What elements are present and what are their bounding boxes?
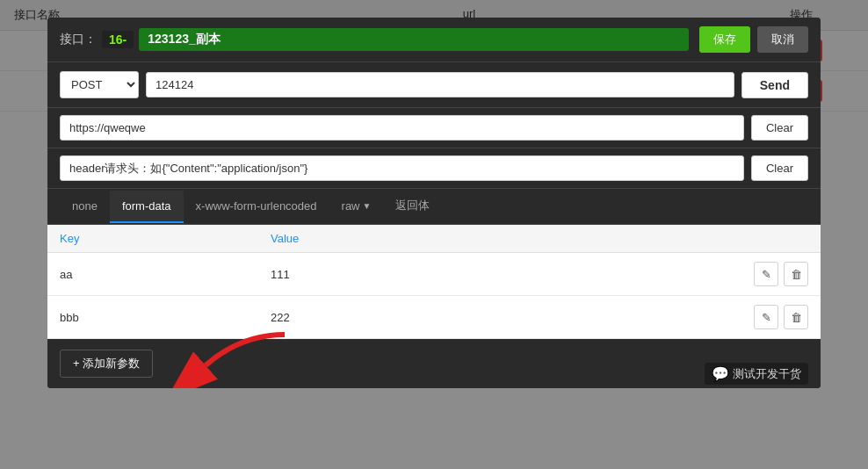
param-row-1: aa 111 ✎ 🗑 (47, 253, 821, 296)
delete-param-2-button[interactable]: 🗑 (784, 305, 808, 329)
col-key-header: Key (60, 232, 271, 245)
interface-name-input[interactable] (139, 28, 689, 51)
tab-response[interactable]: 返回体 (383, 189, 442, 224)
param-key-2: bbb (60, 311, 271, 324)
method-url-row: POST GET PUT DELETE PATCH Send (47, 62, 821, 108)
tab-raw[interactable]: raw ▼ (329, 191, 384, 223)
modal-header: 接口： 16- 保存 取消 (47, 18, 821, 62)
save-button[interactable]: 保存 (699, 26, 750, 53)
edit-param-2-button[interactable]: ✎ (754, 305, 778, 329)
tab-urlencoded[interactable]: x-www-form-urlencoded (184, 191, 329, 223)
url-field-row: Clear (47, 108, 821, 148)
add-param-row: + 添加新参数 💬 测试开发干货 (47, 339, 821, 388)
modal-dialog: 接口： 16- 保存 取消 POST GET PUT DELETE PATCH … (47, 18, 821, 388)
modal-title-prefix: 接口： (60, 32, 97, 47)
tabs-row: none form-data x-www-form-urlencoded raw… (47, 189, 821, 225)
param-value-2: 222 (271, 311, 738, 324)
param-actions-1: ✎ 🗑 (738, 262, 808, 286)
tab-none[interactable]: none (60, 191, 110, 223)
clear-url-button[interactable]: Clear (751, 115, 808, 141)
params-table-header: Key Value (47, 225, 821, 253)
param-row-2: bbb 222 ✎ 🗑 (47, 296, 821, 339)
params-table: Key Value aa 111 ✎ 🗑 bbb 222 ✎ 🗑 (47, 225, 821, 339)
add-param-button[interactable]: + 添加新参数 (60, 350, 153, 378)
wechat-icon: 💬 (712, 365, 729, 382)
cancel-button[interactable]: 取消 (757, 26, 808, 53)
port-badge: 16- (102, 31, 134, 48)
method-select[interactable]: POST GET PUT DELETE PATCH (60, 71, 139, 98)
col-action-header (738, 232, 808, 245)
tab-form-data[interactable]: form-data (110, 191, 184, 223)
delete-param-1-button[interactable]: 🗑 (784, 262, 808, 286)
proxy-url-input[interactable] (60, 115, 744, 141)
modal-overlay: 接口： 16- 保存 取消 POST GET PUT DELETE PATCH … (0, 0, 868, 469)
request-url-input[interactable] (146, 72, 734, 97)
watermark: 💬 测试开发干货 (705, 363, 808, 385)
header-input[interactable] (60, 155, 744, 181)
header-actions: 保存 取消 (699, 26, 808, 53)
col-value-header: Value (271, 232, 738, 245)
clear-header-button[interactable]: Clear (751, 155, 808, 181)
header-field-row: Clear (47, 148, 821, 189)
param-actions-2: ✎ 🗑 (738, 305, 808, 329)
red-arrow-icon (188, 330, 293, 374)
param-value-1: 111 (271, 268, 738, 281)
watermark-text: 测试开发干货 (733, 366, 801, 382)
param-key-1: aa (60, 268, 271, 281)
raw-chevron-icon: ▼ (363, 201, 372, 211)
edit-param-1-button[interactable]: ✎ (754, 262, 778, 286)
send-button[interactable]: Send (741, 72, 808, 98)
